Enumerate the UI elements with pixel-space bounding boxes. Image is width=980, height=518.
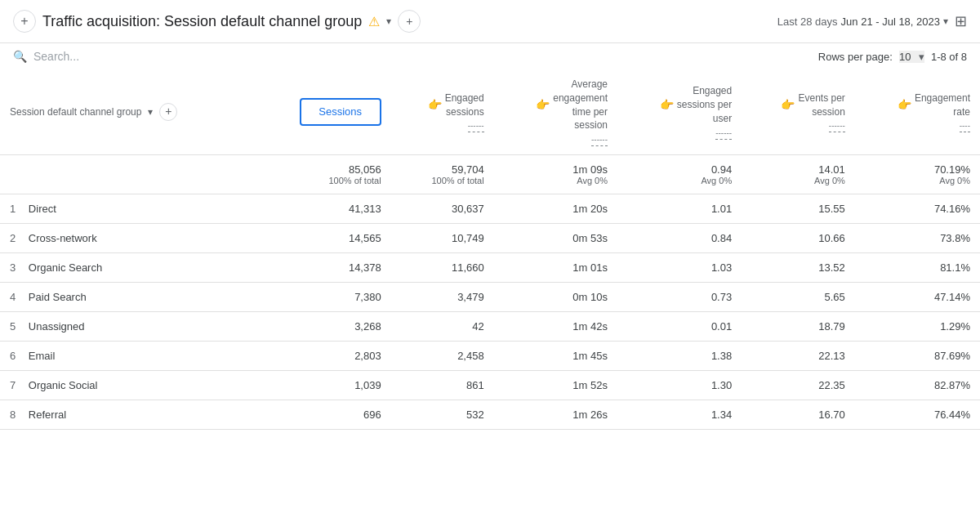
search-input[interactable] <box>33 50 197 63</box>
cell-sessions: 14,565 <box>254 224 391 253</box>
row-number: 3 <box>10 261 16 274</box>
events-per-session-header[interactable]: 👉 Events persession ------ <box>742 69 855 155</box>
totals-sessions: 85,056 100% of total <box>254 155 391 194</box>
avg-time-icon: 👉 <box>536 97 550 114</box>
cell-avg-time: 1m 26s <box>494 400 617 430</box>
table-header-row: Session default channel group ▾ + Sessio… <box>0 69 980 155</box>
title-text: Traffic acquisition: Session default cha… <box>42 13 362 30</box>
cell-avg-time: 1m 01s <box>494 253 617 283</box>
channel-name[interactable]: Paid Search <box>29 291 87 303</box>
row-number: 7 <box>10 379 16 391</box>
avg-engagement-time-header[interactable]: 👉 Averageengagementtime persession -----… <box>494 69 617 155</box>
date-range[interactable]: Last 28 days Jun 21 - Jul 18, 2023 ▾ <box>777 16 948 28</box>
eps-label: Events persession <box>798 92 844 119</box>
cell-esp-user: 1.38 <box>617 342 742 371</box>
dimension-dropdown-icon[interactable]: ▾ <box>148 105 153 119</box>
page-header: + Traffic acquisition: Session default c… <box>0 0 980 43</box>
cell-esp-user: 0.84 <box>617 224 742 253</box>
totals-label <box>0 155 254 194</box>
header-actions: Last 28 days Jun 21 - Jul 18, 2023 ▾ ⊞ <box>777 12 967 30</box>
cell-eng-rate: 76.44% <box>855 400 980 430</box>
cell-avg-time: 1m 42s <box>494 312 617 342</box>
table-row: 4 Paid Search 7,380 3,479 0m 10s 0.73 5.… <box>0 283 980 312</box>
cell-engaged-sessions: 30,637 <box>391 194 494 224</box>
rows-per-page: Rows per page: 10 25 50 1-8 of 8 <box>818 51 967 63</box>
cell-avg-time: 1m 20s <box>494 194 617 224</box>
channel-name[interactable]: Email <box>29 350 56 362</box>
add-tab-button[interactable]: + <box>398 10 421 33</box>
channel-name[interactable]: Unassigned <box>29 320 85 333</box>
table-row: 2 Cross-network 14,565 10,749 0m 53s 0.8… <box>0 224 980 253</box>
esp-user-icon: 👉 <box>660 97 674 114</box>
cell-eng-rate: 81.1% <box>855 253 980 283</box>
row-number: 5 <box>10 320 16 333</box>
eps-icon: 👉 <box>781 97 795 114</box>
engaged-sessions-per-user-header[interactable]: 👉 Engagedsessions peruser ------ <box>617 69 742 155</box>
cell-engaged-sessions: 42 <box>391 312 494 342</box>
channel-name[interactable]: Organic Search <box>29 261 102 274</box>
row-number: 4 <box>10 291 16 303</box>
date-prefix: Last 28 days <box>777 16 838 28</box>
totals-row: 85,056 100% of total 59,704 100% of tota… <box>0 155 980 194</box>
cell-eps: 13.52 <box>742 253 855 283</box>
add-report-button[interactable]: + <box>13 10 36 33</box>
cell-avg-time: 1m 45s <box>494 342 617 371</box>
cell-esp-user: 1.03 <box>617 253 742 283</box>
date-chevron-icon: ▾ <box>943 16 948 27</box>
table-container: Session default channel group ▾ + Sessio… <box>0 69 980 430</box>
cell-esp-user: 0.01 <box>617 312 742 342</box>
dimension-label: Session default channel group <box>10 105 141 119</box>
data-table: Session default channel group ▾ + Sessio… <box>0 69 980 430</box>
warning-icon: ⚠ <box>368 14 380 29</box>
cell-eps: 10.66 <box>742 224 855 253</box>
sessions-column-header[interactable]: Sessions <box>254 69 391 155</box>
row-number: 1 <box>10 203 16 215</box>
cell-engaged-sessions: 11,660 <box>391 253 494 283</box>
cell-sessions: 2,803 <box>254 342 391 371</box>
search-icon: 🔍 <box>13 50 27 63</box>
rows-select[interactable]: 10 25 50 <box>899 51 924 63</box>
cell-avg-time: 0m 10s <box>494 283 617 312</box>
cell-eps: 15.55 <box>742 194 855 224</box>
cell-sessions: 7,380 <box>254 283 391 312</box>
engagement-rate-header[interactable]: 👉 Engagementrate ---- <box>855 69 980 155</box>
sessions-header-box: Sessions <box>300 98 381 126</box>
add-dimension-button[interactable]: + <box>159 103 177 121</box>
cell-eps: 18.79 <box>742 312 855 342</box>
cell-engaged-sessions: 861 <box>391 371 494 400</box>
channel-name[interactable]: Direct <box>29 203 56 215</box>
cell-engaged-sessions: 10,749 <box>391 224 494 253</box>
cell-sessions: 41,313 <box>254 194 391 224</box>
cell-esp-user: 0.73 <box>617 283 742 312</box>
channel-name[interactable]: Cross-network <box>29 232 97 244</box>
cell-esp-user: 1.34 <box>617 400 742 430</box>
table-row: 8 Referral 696 532 1m 26s 1.34 16.70 76.… <box>0 400 980 430</box>
row-number: 8 <box>10 409 16 421</box>
channel-name[interactable]: Referral <box>29 409 66 421</box>
eng-rate-icon: 👉 <box>898 97 911 114</box>
cell-eng-rate: 1.29% <box>855 312 980 342</box>
pagination-label: 1-8 of 8 <box>931 51 967 63</box>
totals-eps: 14.01 Avg 0% <box>742 155 855 194</box>
chart-toggle-icon[interactable]: ⊞ <box>955 12 967 30</box>
cell-eps: 22.35 <box>742 371 855 400</box>
cell-avg-time: 1m 52s <box>494 371 617 400</box>
title-dropdown-button[interactable]: ▾ <box>386 16 391 27</box>
cell-eng-rate: 82.87% <box>855 371 980 400</box>
cell-sessions: 3,268 <box>254 312 391 342</box>
channel-name[interactable]: Organic Social <box>29 379 98 391</box>
totals-esp-user: 0.94 Avg 0% <box>617 155 742 194</box>
engaged-sessions-icon: 👉 <box>428 97 442 114</box>
cell-eps: 16.70 <box>742 400 855 430</box>
cell-eng-rate: 73.8% <box>855 224 980 253</box>
dimension-column-header: Session default channel group ▾ + <box>0 69 254 155</box>
eng-rate-label: Engagementrate <box>915 92 970 119</box>
cell-sessions: 696 <box>254 400 391 430</box>
rows-label: Rows per page: <box>818 51 893 63</box>
engaged-sessions-label: Engagedsessions <box>445 92 484 119</box>
totals-eng-rate: 70.19% Avg 0% <box>855 155 980 194</box>
cell-eng-rate: 87.69% <box>855 342 980 371</box>
engaged-sessions-header[interactable]: 👉 Engagedsessions ------ <box>391 69 494 155</box>
cell-eps: 22.13 <box>742 342 855 371</box>
cell-sessions: 1,039 <box>254 371 391 400</box>
